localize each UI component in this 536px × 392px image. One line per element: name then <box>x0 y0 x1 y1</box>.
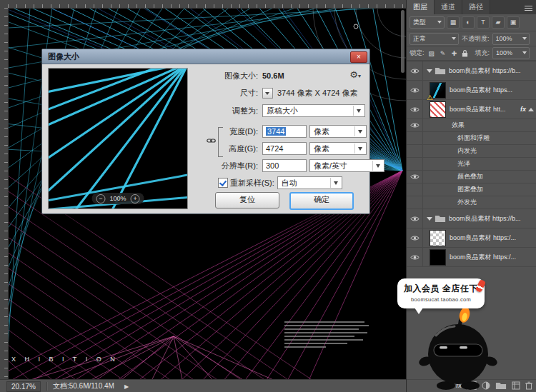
effect-row[interactable]: 斜面和浮雕 <box>407 132 536 145</box>
layer-row-group[interactable]: boom良品素材 https://b... <box>407 209 536 228</box>
filter-adjustment-icon[interactable]: ◐ <box>462 16 475 29</box>
blend-mode-dropdown[interactable]: 正常 <box>410 33 459 45</box>
close-icon[interactable]: × <box>350 51 367 63</box>
artwork-fine-print <box>284 321 370 350</box>
effect-label: 颜色叠加 <box>457 172 483 181</box>
panel-tabs: 图层 通道 路径 <box>407 0 536 14</box>
height-label: 高度(G): <box>187 144 258 154</box>
lock-brush-icon[interactable]: ✎ <box>439 50 447 57</box>
group-expand-icon[interactable] <box>427 69 432 73</box>
image-size-label: 图像大小: <box>187 71 258 81</box>
image-preview[interactable]: − 100% + <box>48 68 188 209</box>
lock-transparency-icon[interactable]: ▨ <box>427 50 436 57</box>
effect-row[interactable]: 颜色叠加 <box>407 171 536 184</box>
add-adjustment-icon[interactable] <box>482 381 490 390</box>
visibility-toggle[interactable] <box>407 228 423 247</box>
height-input[interactable]: 4724 <box>262 142 307 155</box>
layer-name: boom良品素材 htt... <box>450 105 520 114</box>
new-group-icon[interactable] <box>495 381 507 390</box>
image-size-value: 50.6M <box>262 71 284 80</box>
fill-dropdown[interactable]: 100% <box>492 47 530 59</box>
layer-row[interactable]: ⚠ boom良品素材 https... <box>407 81 536 100</box>
visibility-toggle[interactable] <box>407 248 423 266</box>
width-label: 宽度(D): <box>187 126 258 137</box>
layer-row[interactable]: boom良品素材 https:/... <box>407 228 536 248</box>
layer-row[interactable]: boom良品素材 htt... fx <box>407 100 536 119</box>
link-layers-icon[interactable] <box>442 381 451 390</box>
layer-row[interactable]: boom良品素材 https:/... <box>407 248 536 267</box>
dialog-title[interactable]: 图像大小 <box>42 49 369 64</box>
new-layer-icon[interactable] <box>512 381 520 390</box>
reset-button[interactable]: 复位 <box>215 192 279 208</box>
effect-row[interactable]: 外发光 <box>407 196 536 209</box>
effects-header-row[interactable]: 效果 <box>407 119 536 132</box>
horizontal-ruler[interactable] <box>8 0 406 9</box>
effects-header-label: 效果 <box>452 121 465 130</box>
delete-layer-icon[interactable] <box>525 381 532 390</box>
lock-position-icon[interactable]: ✚ <box>450 50 459 57</box>
visibility-toggle[interactable] <box>407 158 423 170</box>
layer-thumbnail[interactable] <box>430 230 446 246</box>
effect-row[interactable]: 图案叠加 <box>407 184 536 196</box>
visibility-toggle[interactable] <box>407 132 423 144</box>
collapse-effects-icon[interactable] <box>528 108 534 111</box>
visibility-toggle[interactable] <box>407 209 423 228</box>
group-expand-icon[interactable] <box>427 217 432 221</box>
filter-type-icon[interactable]: T <box>477 16 490 29</box>
visibility-toggle[interactable] <box>407 119 423 131</box>
status-popup-arrow-icon[interactable]: ▶ <box>124 383 129 390</box>
opacity-dropdown[interactable]: 100% <box>492 33 530 45</box>
zoom-in-icon[interactable]: + <box>131 194 140 203</box>
visibility-toggle[interactable] <box>407 196 423 208</box>
filter-pixel-icon[interactable]: ▦ <box>447 16 460 29</box>
resolution-input[interactable]: 300 <box>262 159 307 172</box>
layer-thumbnail[interactable]: ⚠ <box>430 82 446 99</box>
effect-row[interactable]: 光泽 <box>407 158 536 171</box>
fit-to-dropdown[interactable]: 原稿大小 <box>262 104 365 117</box>
visibility-toggle[interactable] <box>407 171 423 183</box>
status-divider <box>46 382 47 391</box>
dialog-options-gear-icon[interactable]: ⚙▾ <box>349 69 361 80</box>
document-size-info: 文档:50.6M/110.4M <box>53 381 114 391</box>
effect-label: 内发光 <box>457 146 477 156</box>
panel-menu-icon[interactable] <box>525 6 532 11</box>
effect-row[interactable]: 内发光 <box>407 145 536 158</box>
preview-zoom-control: − 100% + <box>91 193 144 204</box>
visibility-toggle[interactable] <box>407 81 423 99</box>
layer-thumbnail[interactable] <box>430 249 446 266</box>
zoom-level-input[interactable]: 20.17% <box>6 381 41 392</box>
width-input[interactable]: 3744 <box>262 125 307 138</box>
filter-smart-object-icon[interactable]: ▣ <box>507 16 520 29</box>
canvas-scrollbar-thumb[interactable] <box>401 10 405 73</box>
visibility-toggle[interactable] <box>407 145 423 157</box>
resample-checkbox[interactable] <box>218 178 228 188</box>
lock-label: 锁定: <box>410 49 425 58</box>
filter-shape-icon[interactable]: ▰ <box>492 16 505 29</box>
visibility-toggle[interactable] <box>407 61 423 80</box>
lock-all-icon[interactable] <box>462 49 468 57</box>
resample-dropdown[interactable]: 自动 <box>277 176 342 189</box>
tab-channels[interactable]: 通道 <box>435 0 462 14</box>
layer-thumbnail[interactable] <box>430 101 446 118</box>
dimensions-unit-dropdown-icon[interactable] <box>262 88 273 99</box>
vertical-ruler[interactable] <box>0 8 9 379</box>
layer-name: boom良品素材 https://b... <box>449 214 536 223</box>
folder-icon <box>435 66 446 75</box>
visibility-toggle[interactable] <box>407 184 423 196</box>
dimensions-value: 3744 像素 X 4724 像素 <box>277 88 358 99</box>
width-unit-dropdown[interactable]: 像素 <box>309 125 367 138</box>
layer-row-group[interactable]: boom良品素材 https://b... <box>407 61 536 81</box>
add-mask-icon[interactable] <box>467 381 477 390</box>
layer-effects-badge[interactable]: fx <box>520 106 534 113</box>
zoom-out-icon[interactable]: − <box>96 194 105 203</box>
tab-paths[interactable]: 路径 <box>462 0 490 14</box>
ok-button[interactable]: 确定 <box>289 192 354 210</box>
tab-layers[interactable]: 图层 <box>407 0 435 14</box>
add-layer-style-icon[interactable]: fx <box>456 382 462 389</box>
dimensions-label: 尺寸: <box>187 88 258 99</box>
blend-opacity-row: 正常 不透明度: 100% <box>407 31 536 46</box>
resolution-unit-dropdown[interactable]: 像素/英寸 <box>309 159 384 172</box>
height-unit-dropdown[interactable]: 像素 <box>309 142 367 155</box>
visibility-toggle[interactable] <box>407 100 423 119</box>
filter-kind-dropdown[interactable]: 类型 <box>410 16 445 29</box>
